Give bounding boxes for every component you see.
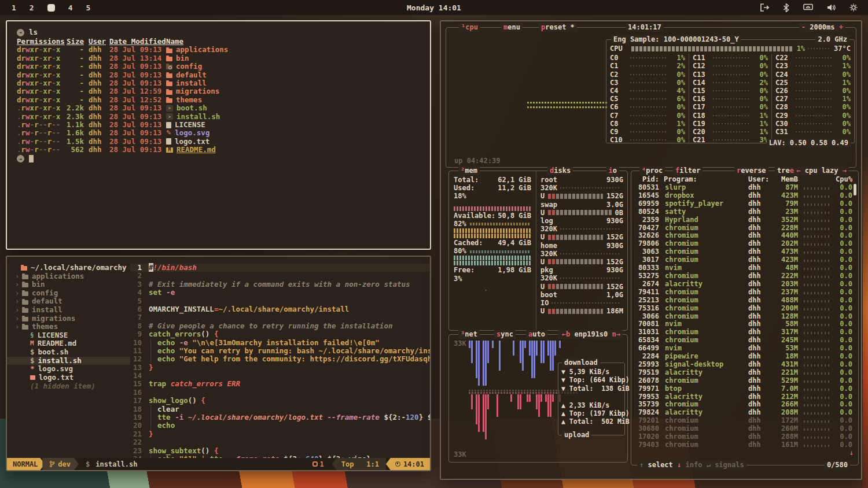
process-row[interactable]: 35739chromiumdhh266M0.0 <box>631 400 858 408</box>
menu-button[interactable]: menu <box>501 23 523 32</box>
cpu-core-row: C150% <box>689 87 771 95</box>
cpu-core-row: C90% <box>606 128 689 136</box>
process-row[interactable]: 32626chromiumdhh440M0.0 <box>631 231 858 239</box>
process-row[interactable]: 65834chromiumdhh245M0.0 <box>631 336 858 344</box>
proc-reverse-button[interactable]: reverse <box>734 167 768 175</box>
tree-item-install.sh[interactable]: $install.sh <box>7 357 130 365</box>
tree-item-logo.txt[interactable]: logo.txt <box>7 374 130 382</box>
preset-button[interactable]: preset * <box>539 23 577 32</box>
process-row[interactable]: 66499nvimdhh53M0.0 <box>631 344 858 352</box>
disk-used-row: U186M <box>536 307 627 315</box>
process-row[interactable]: 79806chromiumdhh202M0.0 <box>631 239 858 247</box>
proc-filter-button[interactable]: filter <box>673 167 703 175</box>
scroll-more-arrow[interactable]: ↓ <box>849 449 854 457</box>
status-line: NORMAL dev $ install.sh 1 Top 1:1 14:01 <box>7 458 430 470</box>
process-row[interactable]: 17020chromiumdhh288M0.0 <box>631 432 858 441</box>
sort-direction-arrow[interactable]: ↑ <box>849 176 854 184</box>
process-row[interactable]: 80524sattydhh23M0.0 <box>631 208 858 216</box>
disk-name-row: pkg930G <box>536 266 627 274</box>
process-row[interactable]: 30680chromiumdhh260M0.0 <box>631 424 858 432</box>
process-row[interactable]: 3017chromiumdhh423M0.0 <box>631 256 858 264</box>
tree-item-LICENSE[interactable]: §LICENSE <box>7 331 130 340</box>
process-row[interactable]: 25213chromiumdhh488M0.0 <box>631 296 858 304</box>
code-line-9: 9catch_errors() { <box>130 330 430 338</box>
terminal-cursor <box>29 155 34 162</box>
cpu-core-row: C201% <box>689 128 771 136</box>
disk-name-row: boot1,0G <box>536 291 627 299</box>
process-row[interactable]: 79403chromiumdhh161M0.0 <box>631 441 858 449</box>
tree-item-config[interactable]: ›config <box>7 289 130 298</box>
mem-box-title[interactable]: ²mem <box>458 167 480 175</box>
tree-item-themes[interactable]: ›themes <box>7 323 130 331</box>
net-auto-tab[interactable]: auto <box>526 330 547 339</box>
tree-item-boot.sh[interactable]: $boot.sh <box>7 348 130 357</box>
process-row[interactable]: 79824alacrittydhh208M0.0 <box>631 408 858 416</box>
proc-tree-button[interactable]: tree <box>775 167 796 175</box>
proc-scrollbar[interactable] <box>854 184 856 195</box>
net-sync-tab[interactable]: sync <box>494 330 516 339</box>
disks-tab[interactable]: disks <box>547 167 573 175</box>
tree-item-logo.svg[interactable]: *logo.svg <box>7 365 130 374</box>
terminal-window-ls[interactable]: ➔ ls Permissions Size User Date Modified… <box>6 20 431 250</box>
process-row[interactable]: 26078chromiumdhh529M0.0 <box>631 376 858 385</box>
code-line-14: 14 <box>130 372 430 380</box>
process-row[interactable]: 2674alacrittydhh203M0.0 <box>631 280 858 288</box>
process-row[interactable]: 3063chromiumdhh473M0.0 <box>631 247 858 256</box>
tree-item-applications[interactable]: ›applications <box>7 272 130 281</box>
proc-sort-selector[interactable]: ← cpu lazy → <box>794 167 849 175</box>
used-graph <box>454 206 531 211</box>
io-tab[interactable]: io <box>606 167 619 175</box>
proc-footer-keys[interactable]: ↑ select ↓ info ↵ signals <box>637 461 746 469</box>
net-box-title[interactable]: ³net <box>458 330 480 339</box>
cpu-core-row: C160% <box>689 95 771 103</box>
process-row[interactable]: 2284pipewiredhh18M0.0 <box>631 352 858 360</box>
tree-item-default[interactable]: ›default <box>7 297 130 306</box>
process-row[interactable]: 3066chromiumdhh128M0.0 <box>631 312 858 320</box>
cpu-core-row: C240% <box>772 71 854 79</box>
tree-item-README.md[interactable]: MREADME.md <box>7 339 130 348</box>
process-row[interactable]: 70427chromiumdhh228M0.0 <box>631 224 858 232</box>
update-interval[interactable]: - 2000ms + <box>799 23 845 32</box>
process-row[interactable]: 2359Hyprlanddhh352M0.0 <box>631 216 858 224</box>
process-row[interactable]: 75316chromiumdhh200M0.0 <box>631 304 858 312</box>
process-row[interactable]: 53275chromiumdhh222M0.0 <box>631 272 858 280</box>
process-row[interactable]: 31031chromiumdhh317M0.0 <box>631 328 858 336</box>
system-monitor-window-btop[interactable]: ¹cpu menu preset * 14:01:17 - 2000ms + E… <box>440 20 862 480</box>
clock-icon <box>395 461 400 467</box>
cpu-box-title[interactable]: ¹cpu <box>459 23 480 32</box>
process-row[interactable]: 79953alacrittydhh212M0.0 <box>631 393 858 401</box>
cpu-core-row: C81% <box>606 120 689 128</box>
process-row[interactable]: 79411chromiumdhh237M0.0 <box>631 288 858 296</box>
tree-item-bin[interactable]: ›bin <box>7 280 130 289</box>
editor-window-nvim[interactable]: ~/.local/share/omarchy ›applications›bin… <box>6 256 431 471</box>
cpu-graph-line <box>527 106 607 108</box>
tree-item-migrations[interactable]: ›migrations <box>7 315 130 323</box>
scroll-position: Top 1:1 <box>332 458 386 470</box>
process-row[interactable]: 79971btopdhh7.0M0.0 <box>631 385 858 393</box>
code-line-16: 16 <box>130 389 430 397</box>
cpu-core-row: C30% <box>606 79 689 87</box>
tree-item-install[interactable]: ›install <box>7 306 130 315</box>
git-branch-icon <box>49 460 55 468</box>
proc-box-title[interactable]: ⁴proc <box>639 167 665 175</box>
folder-icon <box>22 275 28 279</box>
process-row[interactable]: 80531slurpdhh87M0.0 <box>631 183 858 191</box>
clock: Monday 14:01 <box>0 3 868 12</box>
process-row[interactable]: 69959spotify_playerdhh79M0.0 <box>631 199 858 208</box>
prompt-line-empty[interactable]: ➔ <box>17 154 430 163</box>
statusline-clock: 14:01 <box>386 458 430 470</box>
folder-icon <box>22 291 28 296</box>
code-editor[interactable]: 1#!/bin/bash23# Exit immediately if a co… <box>130 257 430 458</box>
net-interface-selector[interactable]: ←b enp191s0 n→ <box>560 330 623 339</box>
process-row[interactable]: 70081nvimdhh58M0.0 <box>631 320 858 328</box>
mem-panel: Total:62,1 GiB Used:11,2 GiB 18% Availab… <box>449 171 536 330</box>
process-row[interactable]: 80333nvimdhh48M0.0 <box>631 264 858 272</box>
process-row[interactable]: 79519alacrittydhh221M0.0 <box>631 368 858 376</box>
cpu-box: ¹cpu menu preset * 14:01:17 - 2000ms + E… <box>446 27 856 168</box>
file-tree-root[interactable]: ~/.local/share/omarchy <box>7 264 130 272</box>
top-bar: 1245 Monday 14:01 <box>0 0 868 15</box>
process-row[interactable]: 25993signal-desktopdhh431M0.0 <box>631 360 858 368</box>
git-branch-badge: dev <box>42 458 79 470</box>
process-row[interactable]: 79201chromiumdhh172M0.0 <box>631 416 858 424</box>
process-row[interactable]: 16545dropboxdhh423M0.0 <box>631 191 858 199</box>
